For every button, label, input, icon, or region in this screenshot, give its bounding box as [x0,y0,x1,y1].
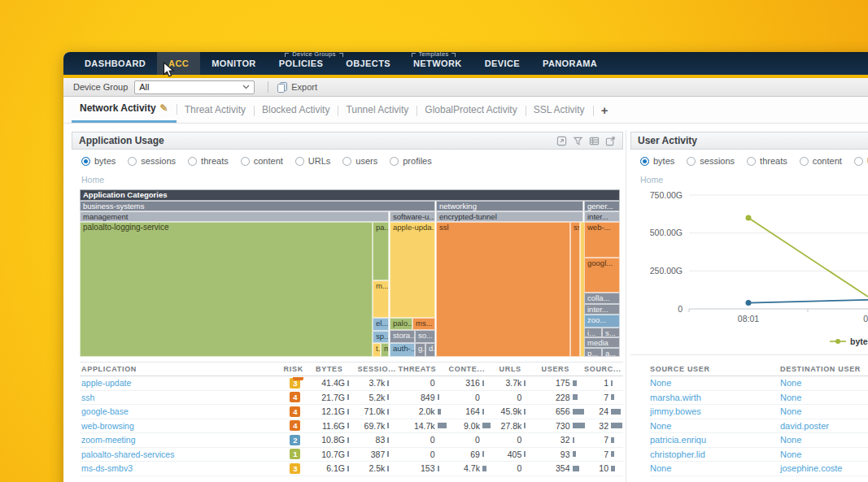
tab-ssl-activity[interactable]: SSL Activity [526,98,593,122]
treemap-tile-paloalto-logging-service[interactable]: paloalto-logging-service [80,222,373,357]
user-link-christopher-lid[interactable]: christopher.lid [650,449,705,459]
app-usage-radio-threats[interactable]: threats [188,156,229,166]
app-usage-radio-sessions[interactable]: sessions [128,156,176,166]
tab-threat-activity[interactable]: Threat Activity [177,98,254,122]
treemap-tile-pa[interactable]: pa... [373,222,389,280]
application-link-zoom-meeting[interactable]: zoom-meeting [81,435,136,445]
user-link-none[interactable]: None [780,435,801,445]
treemap-tile-gener[interactable]: gener... [584,201,620,211]
user-link-none[interactable]: None [780,378,801,388]
breadcrumb-home[interactable]: Home [81,175,104,185]
edit-pencil-icon[interactable]: ✎ [160,102,168,114]
user-link-none[interactable]: None [650,463,671,473]
column-header-source-user[interactable]: SOURCE USER [650,365,780,373]
treemap-tile-software-u[interactable]: software-u... [390,211,435,222]
user-link-patricia-enriqu[interactable]: patricia.enriqu [650,435,706,445]
treemap-tile-stora[interactable]: stora... [390,330,415,343]
application-link-ms-ds-smbv3[interactable]: ms-ds-smbv3 [81,463,133,473]
treemap-tile-business-systems[interactable]: business-systems [80,201,435,211]
tab-tunnel-activity[interactable]: Tunnel Activity [338,98,417,122]
treemap-tile-el[interactable]: el... [373,318,389,331]
treemap-tile-auth[interactable]: auth-... [390,343,415,357]
column-header-threats[interactable]: THREATS [399,365,449,373]
user-link-none[interactable]: None [780,406,801,416]
column-header-bytes[interactable]: BYTES [306,365,357,373]
treemap-tile-m[interactable]: m [381,343,389,357]
application-link-paloalto-shared-services[interactable]: paloalto-shared-services [81,449,174,459]
app-usage-radio-users[interactable]: users [342,156,377,166]
treemap-tile-sp[interactable]: sp... [373,331,389,343]
treemap-tile-ssh[interactable]: ssh [570,222,580,357]
add-tab-button[interactable]: + [593,103,617,117]
treemap-tile-g[interactable]: g... [415,343,425,357]
breadcrumb-home[interactable]: Home [640,175,663,185]
user-link-josephine-coste[interactable]: josephine.coste [780,463,842,473]
column-header-risk[interactable]: RISK [281,365,306,373]
user-activity-radio-bytes[interactable]: bytes [640,156,674,166]
app-usage-radio-content[interactable]: content [241,156,283,166]
treemap-tile-networking[interactable]: networking [436,201,583,211]
treemap-tile-s[interactable]: s... [602,328,620,337]
app-usage-radio-profiles[interactable]: profiles [390,156,431,166]
treemap-tile-management[interactable]: management [80,211,389,222]
user-activity-radio-urls[interactable]: URLs [854,156,868,166]
user-activity-radio-content[interactable]: content [800,156,842,166]
user-activity-radio-threats[interactable]: threats [747,156,787,166]
maximize-icon[interactable] [556,136,567,146]
user-link-none[interactable]: None [780,393,801,402]
tab-globalprotect-activity[interactable]: GlobalProtect Activity [417,98,525,122]
table-icon[interactable] [589,136,600,146]
application-link-google-base[interactable]: google-base [81,406,129,416]
application-link-apple-update[interactable]: apple-update [81,378,131,388]
column-header-destination-user[interactable]: DESTINATION USER [780,365,868,373]
user-link-marsha-wirth[interactable]: marsha.wirth [650,393,701,402]
export-button[interactable]: Export [277,81,317,93]
device-group-select[interactable]: All [134,80,255,94]
column-header-urls[interactable]: URLS [495,365,536,373]
treemap-tile-application-categories[interactable]: Application Categories [80,189,620,201]
treemap-tile-palo[interactable]: palo... [390,318,412,330]
treemap-tile-ssl[interactable]: ssl [436,222,570,357]
application-link-ssh[interactable]: ssh [81,393,94,402]
export-view-icon[interactable] [605,136,616,146]
tab-blocked-activity[interactable]: Blocked Activity [254,98,338,122]
user-link-none[interactable]: None [650,378,671,388]
treemap-tile-colla[interactable]: colla... [584,293,620,304]
nav-item-dashboard[interactable]: DASHBOARD [73,52,157,75]
app-usage-radio-bytes[interactable]: bytes [81,156,116,166]
user-link-jimmy-bowes[interactable]: jimmy.bowes [650,406,701,416]
user-link-none[interactable]: None [650,421,671,431]
filter-icon[interactable] [573,136,583,146]
user-link-david-poster[interactable]: david.poster [780,421,829,431]
app-usage-radio-urls[interactable]: URLs [295,156,331,166]
treemap-tile-so[interactable]: so... [415,330,435,343]
treemap-tile-m[interactable]: m... [373,280,389,318]
treemap-tile-zoo[interactable]: zoo... [584,315,620,328]
tab-network-activity[interactable]: Network Activity✎ [72,97,177,123]
column-header-users[interactable]: USERS [536,365,584,373]
nav-item-panorama[interactable]: PANORAMA [531,52,608,75]
treemap-tile-media[interactable]: media [584,337,620,348]
treemap-tile-googl[interactable]: googl... [584,258,620,293]
application-link-web-browsing[interactable]: web-browsing [81,421,134,431]
column-header-sourc[interactable]: SOURC... [584,365,623,373]
cell-value: 849 [399,393,434,402]
treemap-tile-inter[interactable]: inter... [584,304,620,315]
nav-item-monitor[interactable]: MONITOR [200,52,268,75]
treemap-tile-web[interactable]: web-... [584,222,620,258]
treemap-tile-inter[interactable]: inter... [584,211,620,222]
user-link-none[interactable]: None [780,449,801,459]
treemap-tile-i[interactable]: i... [584,328,602,337]
treemap-tile-d[interactable]: d... [425,343,435,357]
table-row: patricia.enriquNone [650,433,868,448]
treemap-tile-p[interactable]: p... [584,348,602,357]
user-activity-radio-sessions[interactable]: sessions [687,156,735,166]
treemap-tile-encrypted-tunnel[interactable]: encrypted-tunnel [436,211,583,222]
treemap-tile-a[interactable]: a... [602,348,620,357]
treemap-tile-t[interactable]: t... [373,343,381,357]
treemap-tile-apple-upda[interactable]: apple-upda... [390,222,435,318]
column-header-conte[interactable]: CONTE... [449,365,495,373]
treemap-tile-ms[interactable]: ms... [412,318,435,330]
column-header-sessio[interactable]: SESSIO... [358,365,399,373]
column-header-application[interactable]: APPLICATION [80,365,281,373]
